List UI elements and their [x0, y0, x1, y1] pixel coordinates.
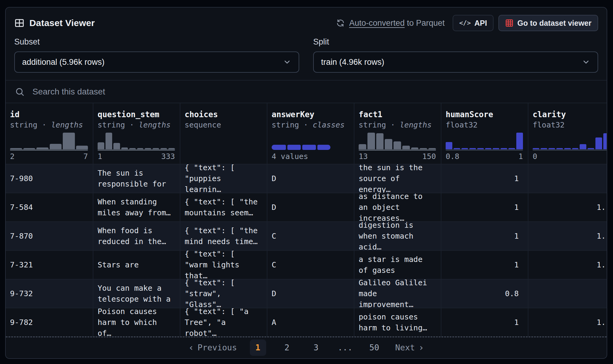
parquet-note: Auto-converted to Parquet	[336, 18, 445, 28]
column-type: string · lengths	[359, 120, 436, 130]
chevron-down-icon	[582, 58, 590, 66]
column-header-answer-key[interactable]: answerKey string · classes 4 values	[267, 103, 354, 164]
column-type: string · classes	[272, 120, 349, 130]
cell-clarity[interactable]: 1.	[528, 251, 607, 279]
grid-icon-red	[505, 19, 514, 27]
cell-human-score[interactable]: 1	[441, 193, 528, 221]
cell-clarity[interactable]	[528, 164, 607, 193]
cell-choices[interactable]: { "text": [ "the mind needs time…	[180, 222, 267, 250]
cell-clarity[interactable]: 1.	[528, 308, 607, 336]
histogram-clarity[interactable]	[533, 132, 607, 151]
cell-answer-key[interactable]: D	[267, 164, 354, 193]
cell-clarity[interactable]: 1.	[528, 193, 607, 221]
cell-id[interactable]: 7-584	[6, 193, 93, 221]
cell-choices[interactable]: { "text": [ "the mountains seem…	[180, 193, 267, 221]
search-bar[interactable]	[6, 80, 607, 103]
class-distribution-bar[interactable]	[272, 132, 349, 151]
subset-select[interactable]: additional (5.96k rows)	[14, 51, 299, 73]
table-row[interactable]: 7-870 When food is reduced in the… { "te…	[6, 221, 607, 250]
split-control: Split train (4.96k rows)	[313, 37, 598, 71]
cell-clarity[interactable]: 1.	[528, 222, 607, 250]
histogram-range: 0	[533, 152, 607, 161]
cell-human-score[interactable]: 1	[441, 222, 528, 250]
split-select[interactable]: train (4.96k rows)	[313, 51, 598, 73]
cell-choices[interactable]: { "text": [ "straw", "Glass"…	[180, 280, 267, 308]
go-to-dataset-viewer-button[interactable]: Go to dataset viewer	[498, 15, 598, 31]
cell-fact1[interactable]: Galileo Galilei made improvement…	[354, 280, 441, 308]
dataset-table: id string · lengths 27 question_stem str…	[6, 103, 607, 336]
subset-select-value: additional (5.96k rows)	[22, 58, 105, 67]
histogram-range: 13150	[359, 152, 436, 161]
cell-answer-key[interactable]: A	[267, 308, 354, 336]
table-row[interactable]: 7-321 Stars are { "text": [ "warm lights…	[6, 250, 607, 279]
title-wrap: Dataset Viewer	[14, 18, 95, 28]
column-header-choices[interactable]: choices sequence	[180, 103, 267, 164]
column-name: choices	[185, 109, 262, 120]
table-row[interactable]: 7-584 When standing miles away from… { "…	[6, 193, 607, 221]
cell-id[interactable]: 9-732	[6, 280, 93, 308]
cell-choices[interactable]: { "text": [ "a Tree", "a robot"…	[180, 308, 267, 336]
pagination-next[interactable]: Next ›	[395, 343, 424, 352]
histogram-human-score[interactable]	[446, 132, 523, 151]
cell-fact1[interactable]: digestion is when stomach acid…	[354, 222, 441, 250]
card-header: Dataset Viewer Auto-converted to Parquet…	[6, 8, 607, 33]
pagination-page-50[interactable]: 50	[366, 339, 383, 356]
table-row[interactable]: 7-980 The sun is responsible for { "text…	[6, 164, 607, 193]
cell-id[interactable]: 7-321	[6, 251, 93, 279]
column-name: fact1	[359, 109, 436, 120]
cell-choices[interactable]: { "text": [ "puppies learnin…	[180, 164, 267, 193]
column-name: question_stem	[98, 109, 175, 120]
cell-fact1[interactable]: the sun is the source of energy…	[354, 164, 441, 193]
pagination-page-2[interactable]: 2	[279, 339, 295, 356]
histogram-id[interactable]	[10, 132, 88, 151]
column-header-human-score[interactable]: humanScore float32 0.81	[441, 103, 528, 164]
column-header-question-stem[interactable]: question_stem string · lengths 1333	[93, 103, 180, 164]
cell-answer-key[interactable]: C	[267, 222, 354, 250]
table-row[interactable]: 9-732 You can make a telescope with a { …	[6, 279, 607, 308]
column-name: answerKey	[272, 109, 349, 120]
cell-fact1[interactable]: poison causes harm to living…	[354, 308, 441, 336]
cell-question-stem[interactable]: The sun is responsible for	[93, 164, 180, 193]
table-row[interactable]: 9-782 Poison causes harm to which of… { …	[6, 308, 607, 336]
cell-human-score[interactable]: 0.8	[441, 280, 528, 308]
subset-control: Subset additional (5.96k rows)	[14, 37, 299, 71]
auto-converted-link[interactable]: Auto-converted	[349, 18, 405, 28]
api-button[interactable]: </> API	[453, 15, 494, 31]
api-button-label: API	[474, 19, 487, 28]
cell-human-score[interactable]: 1	[441, 308, 528, 336]
search-input[interactable]	[32, 87, 598, 97]
cell-choices[interactable]: { "text": [ "warm lights that…	[180, 251, 267, 279]
to-parquet-text: to Parquet	[405, 18, 445, 28]
column-type: string · lengths	[98, 120, 175, 130]
cell-human-score[interactable]: 1	[441, 251, 528, 279]
cell-question-stem[interactable]: Poison causes harm to which of…	[93, 308, 180, 336]
table-header-row: id string · lengths 27 question_stem str…	[6, 103, 607, 164]
cell-human-score[interactable]: 1	[441, 164, 528, 193]
pagination: ‹ Previous 1 2 3 ... 50 Next ›	[6, 336, 607, 358]
histogram-question-stem[interactable]	[98, 132, 175, 151]
histogram-fact1[interactable]	[359, 132, 436, 151]
pagination-page-1[interactable]: 1	[250, 339, 266, 356]
cell-question-stem[interactable]: You can make a telescope with a	[93, 280, 180, 308]
sync-icon	[336, 18, 345, 28]
cell-question-stem[interactable]: When food is reduced in the…	[93, 222, 180, 250]
subset-label: Subset	[14, 37, 299, 47]
column-header-fact1[interactable]: fact1 string · lengths 13150	[354, 103, 441, 164]
cell-answer-key[interactable]: D	[267, 193, 354, 221]
column-header-clarity[interactable]: clarity float32 0	[528, 103, 607, 164]
cell-question-stem[interactable]: Stars are	[93, 251, 180, 279]
cell-clarity[interactable]	[528, 280, 607, 308]
cell-id[interactable]: 7-980	[6, 164, 93, 193]
cell-answer-key[interactable]: D	[267, 280, 354, 308]
pagination-previous[interactable]: ‹ Previous	[188, 343, 237, 352]
cell-fact1[interactable]: as distance to an object increases…	[354, 193, 441, 221]
cell-question-stem[interactable]: When standing miles away from…	[93, 193, 180, 221]
cell-fact1[interactable]: a star is made of gases	[354, 251, 441, 279]
column-header-id[interactable]: id string · lengths 27	[6, 103, 93, 164]
split-label: Split	[313, 37, 598, 47]
next-label: Next	[395, 343, 415, 352]
cell-id[interactable]: 9-782	[6, 308, 93, 336]
pagination-page-3[interactable]: 3	[308, 339, 324, 356]
cell-answer-key[interactable]: C	[267, 251, 354, 279]
cell-id[interactable]: 7-870	[6, 222, 93, 250]
